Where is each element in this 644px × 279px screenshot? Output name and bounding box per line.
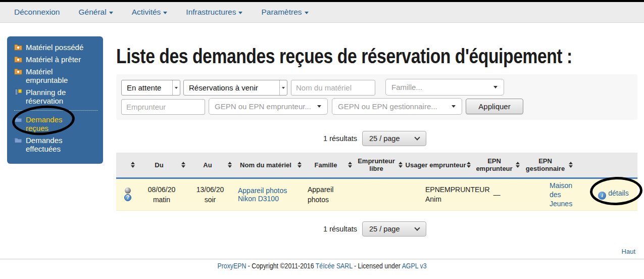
chevron-down-icon <box>452 105 456 108</box>
chevron-down-icon <box>109 12 113 14</box>
family-dropdown[interactable]: Famille... <box>385 79 504 96</box>
proxyepn-link[interactable]: ProxyEPN <box>217 262 246 270</box>
apply-button[interactable]: Appliquer <box>466 99 523 114</box>
footer-divider <box>0 259 644 259</box>
period-select[interactable]: Réservations à venir <box>183 80 287 96</box>
sidebar-item-materiel-empruntable[interactable]: Matériel empruntable <box>14 67 99 84</box>
sidebar-divider <box>14 110 98 111</box>
period-select-value: Réservations à venir <box>184 83 279 92</box>
sidebar-item-materiel-a-preter[interactable]: Matériel à prêter <box>14 55 99 64</box>
filter-panel: En attente Réservations à venir Famille.… <box>116 74 637 120</box>
status-select-value: En attente <box>122 83 172 92</box>
table-row: ? 08/06/20 matin 13/06/20 soir Appareil … <box>116 178 637 210</box>
material-name-input[interactable] <box>291 80 375 96</box>
page-size-value: 25 / page <box>369 134 400 143</box>
gepn-manager-value: GEPN ou EPN gestionnaire... <box>332 102 452 111</box>
chevron-down-icon <box>317 105 321 108</box>
back-to-top-link[interactable]: Haut <box>622 248 635 255</box>
sort-icon[interactable] <box>516 162 520 168</box>
sidebar-item-label: Planning de réservation <box>26 88 74 105</box>
folder-search-icon <box>14 55 22 63</box>
chevron-down-icon <box>238 12 242 14</box>
nav-general[interactable]: Général <box>78 8 113 17</box>
sort-icon[interactable] <box>181 162 185 168</box>
proxyepn-page: Déconnexion Général Activités Infrastruc… <box>0 0 644 279</box>
epn-manager-cell: Maison des Jeunes <box>521 178 574 210</box>
chevron-down-icon <box>172 80 180 95</box>
sidebar-item-label: Matériel à prêter <box>26 55 81 64</box>
help-icon[interactable]: ? <box>124 194 131 201</box>
page-size-select-bottom[interactable]: 25 / page <box>362 221 426 237</box>
sidebar-item-label: Demandes reçues <box>26 115 66 132</box>
info-icon: i <box>598 192 606 200</box>
sidebar-item-planning-reservation[interactable]: Planning de réservation <box>14 88 99 105</box>
nav-parametres[interactable]: Paramètres <box>261 8 308 17</box>
page-size-select-top[interactable]: 25 / page <box>362 131 426 146</box>
sidebar-item-materiel-possede[interactable]: Matériel possédé <box>14 43 99 52</box>
sidebar-item-demandes-recues[interactable]: Demandes reçues <box>14 115 99 132</box>
status-orb-icon <box>125 188 131 194</box>
column-header-status[interactable] <box>116 153 136 178</box>
sort-icon[interactable] <box>399 162 403 168</box>
family-cell: Appareil photos <box>303 178 354 210</box>
au-cell: 13/06/20 soir <box>187 178 233 210</box>
sidebar-item-demandes-effectuees[interactable]: Demandes effectuées <box>14 136 99 153</box>
column-header-emprunteur-libre[interactable]: Emprunteur libre <box>354 153 404 178</box>
sidebar-item-label: Matériel empruntable <box>26 67 76 84</box>
chevron-down-icon <box>279 80 287 95</box>
nav-label: Général <box>78 8 106 17</box>
column-header-du[interactable]: Du <box>136 153 187 178</box>
sort-icon[interactable] <box>298 162 302 168</box>
chevron-down-icon <box>414 225 420 230</box>
borrower-input[interactable] <box>121 99 205 115</box>
sort-icon[interactable] <box>569 162 573 168</box>
gepn-manager-dropdown[interactable]: GEPN ou EPN gestionnaire... <box>332 98 462 115</box>
material-cell: Appareil photos Nikon D3100 <box>233 178 303 210</box>
folder-icon <box>14 115 22 123</box>
agpl-link[interactable]: AGPL v3 <box>402 262 427 270</box>
page-size-value: 25 / page <box>369 225 400 233</box>
column-header-famille[interactable]: Famille <box>303 153 354 178</box>
epn-manager-link[interactable]: Maison des Jeunes <box>550 200 574 208</box>
top-navbar: Déconnexion Général Activités Infrastruc… <box>0 2 644 23</box>
sidebar-item-label: Demandes effectuées <box>26 136 71 153</box>
sort-icon[interactable] <box>348 162 352 168</box>
du-cell: 08/06/20 matin <box>136 178 187 210</box>
family-dropdown-value: Famille... <box>386 83 493 91</box>
chevron-down-icon <box>414 134 420 140</box>
details-cell: idétails <box>574 178 637 210</box>
sort-icon[interactable] <box>131 162 135 168</box>
user-borrower-cell: EPNEMPRUNTEUR Anim <box>404 178 472 210</box>
column-header-epn-emprunteur[interactable]: EPN emprunteur <box>472 153 521 178</box>
material-link[interactable]: Appareil photos Nikon D3100 <box>238 187 287 203</box>
gepn-borrower-value: GEPN ou EPN emprunteur... <box>209 102 317 111</box>
planning-icon <box>14 88 22 96</box>
status-select[interactable]: En attente <box>121 80 180 96</box>
gepn-borrower-dropdown[interactable]: GEPN ou EPN emprunteur... <box>209 98 328 115</box>
sort-icon[interactable] <box>467 162 471 168</box>
sidebar-item-label: Matériel possédé <box>26 43 83 52</box>
footer-copyright: ProxyEPN - Copyright ©2011-2016 Téïcée S… <box>48 262 596 270</box>
folder-search-icon <box>14 67 22 75</box>
sort-icon[interactable] <box>228 162 232 168</box>
status-cell: ? <box>116 178 136 210</box>
nav-activites[interactable]: Activités <box>132 8 168 17</box>
nav-label: Activités <box>132 8 161 17</box>
nav-infrastructures[interactable]: Infrastructures <box>186 8 242 17</box>
nav-label: Déconnexion <box>14 8 60 17</box>
reservations-table: Du Au Nom du matériel Famille Emprunteur… <box>116 153 637 211</box>
teicee-link[interactable]: Téïcée SARL <box>316 262 353 270</box>
nav-label: Infrastructures <box>186 8 236 17</box>
page-title: Liste des demandes reçues de réservation… <box>116 44 572 68</box>
chevron-down-icon <box>493 86 498 88</box>
column-header-epn-gestionnaire[interactable]: EPN gestionnaire <box>521 153 574 178</box>
column-header-details <box>574 153 637 178</box>
borrower-free-cell <box>354 178 404 210</box>
column-header-usager-emprunteur[interactable]: Usager emprunteur <box>404 153 472 178</box>
nav-label: Paramètres <box>261 8 302 17</box>
column-header-nom-materiel[interactable]: Nom du matériel <box>233 153 303 178</box>
column-header-au[interactable]: Au <box>187 153 233 178</box>
details-link[interactable]: détails <box>608 189 628 197</box>
results-count-bottom: 1 résultats <box>116 225 357 233</box>
nav-deconnexion[interactable]: Déconnexion <box>14 8 60 17</box>
